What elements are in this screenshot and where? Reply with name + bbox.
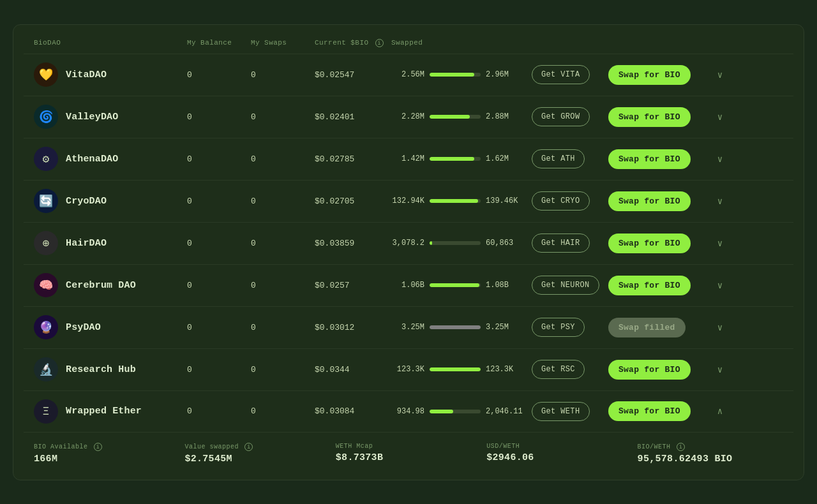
swaps-cell: 0 <box>251 154 315 164</box>
table-row: ⚙️ AthenaDAO 0 0 $0.02785 1.42M 1.62M Ge… <box>24 138 793 180</box>
bio-available-info-icon[interactable]: i <box>94 443 102 451</box>
balance-cell: 0 <box>187 239 251 248</box>
swapped-cell: 934.98 2,046.11 <box>391 407 532 416</box>
footer-value-swapped-value: $2.7545M <box>184 454 330 464</box>
balance-cell: 0 <box>187 112 251 122</box>
get-token-button[interactable]: Get CRYO <box>532 191 590 211</box>
col-header-price: Current $BIO i <box>315 39 391 47</box>
swapped-to: 139.46K <box>486 196 519 205</box>
get-token-button[interactable]: Get NEURON <box>532 276 599 295</box>
table-row: 🧠 Cerebrum DAO 0 0 $0.0257 1.06B 1.08B G… <box>24 264 793 306</box>
main-container: BioDAO My Balance My Swaps Current $BIO … <box>13 24 804 480</box>
progress-bar-fill <box>430 367 481 371</box>
swap-for-bio-button[interactable]: Swap for BIO <box>608 65 691 85</box>
swap-button-cell: Swap filled <box>608 318 710 337</box>
swap-button-cell: Swap for BIO <box>608 65 710 85</box>
table-row: ⊕ HairDAO 0 0 $0.03859 3,078.2 60,863 Ge… <box>24 222 793 264</box>
chevron-cell[interactable]: ∨ <box>710 70 730 80</box>
swap-button-cell: Swap for BIO <box>608 276 710 295</box>
swap-filled-button[interactable]: Swap filled <box>608 318 686 337</box>
get-button-cell: Get HAIR <box>532 233 608 253</box>
balance-cell: 0 <box>187 281 251 290</box>
chevron-cell[interactable]: ∧ <box>710 406 730 417</box>
progress-bar-fill <box>430 283 479 287</box>
get-token-button[interactable]: Get RSC <box>532 360 585 379</box>
get-token-button[interactable]: Get GROW <box>532 107 590 126</box>
footer: BIO Available i 166M Value swapped i $2.… <box>24 433 793 470</box>
progress-bar-container <box>430 367 481 371</box>
balance-cell: 0 <box>187 365 251 374</box>
swap-for-bio-button[interactable]: Swap for BIO <box>608 191 691 211</box>
footer-weth-mcap: WETH Mcap $8.7373B <box>336 443 481 464</box>
get-button-cell: Get CRYO <box>532 191 608 211</box>
dao-icon: 🔬 <box>34 357 58 382</box>
get-token-button[interactable]: Get VITA <box>532 65 590 84</box>
footer-value-swapped-label: Value swapped i <box>184 443 330 451</box>
table-row: Ξ Wrapped Ether 0 0 $0.03084 934.98 2,04… <box>24 390 793 433</box>
swap-for-bio-button[interactable]: Swap for BIO <box>608 107 691 127</box>
swapped-from: 1.42M <box>391 154 424 163</box>
get-token-button[interactable]: Get WETH <box>532 402 590 421</box>
col-header-dao: BioDAO <box>34 39 187 47</box>
progress-bar-fill <box>430 157 474 161</box>
dao-icon: ⚙️ <box>34 147 58 171</box>
swap-for-bio-button[interactable]: Swap for BIO <box>608 149 691 169</box>
swapped-from: 934.98 <box>391 407 424 416</box>
get-token-button[interactable]: Get HAIR <box>532 233 590 253</box>
swapped-to: 2,046.11 <box>486 407 523 416</box>
get-token-button[interactable]: Get PSY <box>532 318 585 337</box>
get-button-cell: Get ATH <box>532 149 608 168</box>
value-swapped-info-icon[interactable]: i <box>244 443 253 451</box>
chevron-cell[interactable]: ∨ <box>710 154 730 165</box>
progress-bar-container <box>430 410 481 413</box>
swapped-from: 1.06B <box>391 281 424 290</box>
footer-bio-available: BIO Available i 166M <box>34 443 179 464</box>
col-header-chevron <box>710 39 730 47</box>
dao-cell: ⊕ HairDAO <box>34 231 187 255</box>
chevron-cell[interactable]: ∨ <box>710 238 730 249</box>
get-button-cell: Get WETH <box>532 402 608 421</box>
swapped-from: 123.3K <box>391 365 424 374</box>
chevron-cell[interactable]: ∨ <box>710 322 730 333</box>
swapped-to: 123.3K <box>486 365 519 374</box>
swap-for-bio-button[interactable]: Swap for BIO <box>608 360 691 380</box>
dao-name: Cerebrum DAO <box>66 280 136 291</box>
bio-weth-info-icon[interactable]: i <box>677 443 685 451</box>
swapped-from: 3.25M <box>391 323 424 332</box>
swaps-cell: 0 <box>251 281 315 290</box>
chevron-cell[interactable]: ∨ <box>710 280 730 291</box>
footer-bio-available-label: BIO Available i <box>34 443 179 451</box>
price-cell: $0.03084 <box>315 406 391 416</box>
dao-cell: 💛 VitaDAO <box>34 63 187 87</box>
swap-button-cell: Swap for BIO <box>608 107 710 127</box>
dao-icon: 🔮 <box>34 315 58 339</box>
chevron-cell[interactable]: ∨ <box>710 196 730 207</box>
swap-button-cell: Swap for BIO <box>608 191 710 211</box>
swap-for-bio-button[interactable]: Swap for BIO <box>608 401 691 421</box>
col-header-swapped: Swapped <box>391 39 532 47</box>
swapped-cell: 123.3K 123.3K <box>391 365 532 374</box>
swap-for-bio-button[interactable]: Swap for BIO <box>608 233 691 253</box>
swapped-from: 2.56M <box>391 70 424 79</box>
dao-cell: ⚙️ AthenaDAO <box>34 147 187 171</box>
get-token-button[interactable]: Get ATH <box>532 149 585 168</box>
progress-bar-fill <box>430 410 453 413</box>
footer-bio-weth-label: BIO/WETH i <box>638 443 783 451</box>
price-info-icon[interactable]: i <box>375 39 384 47</box>
swap-for-bio-button[interactable]: Swap for BIO <box>608 276 691 295</box>
footer-weth-mcap-value: $8.7373B <box>336 452 481 463</box>
dao-icon: ⊕ <box>34 231 58 255</box>
footer-usd-weth: USD/WETH $2946.06 <box>486 443 632 464</box>
get-button-cell: Get GROW <box>532 107 608 126</box>
swaps-cell: 0 <box>251 323 315 332</box>
dao-icon: Ξ <box>34 399 58 424</box>
progress-bar-fill <box>430 73 474 77</box>
chevron-cell[interactable]: ∨ <box>710 112 730 122</box>
dao-name: ValleyDAO <box>66 112 118 122</box>
table-body: 💛 VitaDAO 0 0 $0.02547 2.56M 2.96M Get V… <box>24 54 793 433</box>
dao-cell: 🔬 Research Hub <box>34 357 187 382</box>
footer-bio-weth-value: 95,578.62493 BIO <box>638 454 783 464</box>
swapped-from: 3,078.2 <box>391 239 424 248</box>
swaps-cell: 0 <box>251 112 315 122</box>
chevron-cell[interactable]: ∨ <box>710 364 730 375</box>
